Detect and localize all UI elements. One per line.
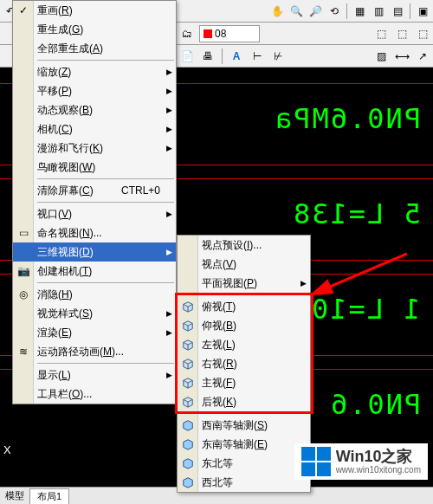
menu-label: 漫游和飞行(K) <box>37 141 103 156</box>
dim-button[interactable]: ⟷ <box>393 48 410 65</box>
watermark-title: Win10之家 <box>336 449 421 466</box>
menu-item-[interactable]: 西北等 <box>178 473 310 492</box>
tab-model[interactable]: 模型 <box>2 489 28 502</box>
menu-item-[interactable]: ◎消隐(H) <box>13 285 176 304</box>
pan-button[interactable]: ✋ <box>268 3 286 20</box>
submenu-arrow-icon: ▶ <box>166 210 172 218</box>
menu-separator <box>37 363 174 364</box>
menu-item-[interactable]: 视点预设(I)... <box>178 236 310 255</box>
layer-props-button[interactable]: 🗂 <box>178 25 196 42</box>
menu-item-[interactable]: 三维视图(D)▶ <box>13 242 176 262</box>
menu-item-[interactable]: 平面视图(P)▶ <box>178 274 310 293</box>
menu-item-[interactable]: 右视(R) <box>178 354 310 373</box>
menu-item-[interactable]: ✓重画(R) <box>13 1 176 20</box>
iso-icon <box>181 437 195 451</box>
cube-front-icon <box>181 376 195 390</box>
zoom-window-button[interactable]: 🔎 <box>307 3 324 20</box>
menu-label: 东北等 <box>202 456 233 471</box>
block-button[interactable]: ▣ <box>414 3 431 20</box>
menu-item-[interactable]: 左视(L) <box>178 335 310 354</box>
menu-separator <box>37 282 174 283</box>
submenu-arrow-icon: ▶ <box>166 328 172 337</box>
layer-tool-b[interactable]: ⬚ <box>393 25 410 42</box>
menu-item-[interactable]: 视觉样式(S)▶ <box>13 304 176 323</box>
layer-combo[interactable]: 08 <box>199 25 260 42</box>
cad-text: 1 L=10 <box>310 293 421 326</box>
menu-item-[interactable]: 视点(V) <box>178 255 310 274</box>
menu-item-[interactable]: ≋运动路径动画(M)... <box>13 342 176 361</box>
menu-item-[interactable]: 平移(P)▶ <box>13 81 176 100</box>
menu-label: 渲染(E) <box>37 326 72 340</box>
menu-label: 全部重生成(A) <box>37 42 103 56</box>
menu-item-[interactable]: 相机(C)▶ <box>13 120 176 139</box>
submenu-arrow-icon: ▶ <box>166 106 172 114</box>
hatch-button[interactable]: ▨ <box>372 48 390 65</box>
palette-button[interactable]: ▤ <box>389 3 406 20</box>
menu-item-[interactable]: 工具栏(O)... <box>13 384 176 404</box>
cube-back-icon <box>181 395 195 409</box>
dim-align-button[interactable]: ⊬ <box>269 48 287 65</box>
menu-item-[interactable]: 主视(F) <box>178 373 310 392</box>
layer-tool-a[interactable]: ⬚ <box>372 25 390 42</box>
check-icon: ✓ <box>16 3 30 17</box>
camera-icon: 📷 <box>16 264 30 278</box>
submenu-arrow-icon: ▶ <box>166 371 172 379</box>
menu-label: 平面视图(P) <box>202 276 257 291</box>
iso-icon <box>181 418 195 432</box>
separator <box>346 3 347 19</box>
menu-label: 消隐(H) <box>37 288 73 302</box>
menu-item-[interactable]: 渲染(E)▶ <box>13 323 176 342</box>
submenu-arrow-icon: ▶ <box>166 125 172 133</box>
menu-item-[interactable]: 显示(L)▶ <box>13 365 176 384</box>
leader-button[interactable]: ↗ <box>414 48 431 65</box>
menu-item-[interactable]: 重生成(G) <box>13 20 176 39</box>
submenu-arrow-icon: ▶ <box>166 68 172 76</box>
menu-item-[interactable]: 后视(K) <box>178 392 310 411</box>
menu-item-[interactable]: ▭命名视图(N)... <box>13 223 176 242</box>
menu-label: 三维视图(D) <box>37 245 94 260</box>
menu-label: 俯视(T) <box>202 300 236 314</box>
layer-name: 08 <box>215 28 226 40</box>
tab-layout1[interactable]: 布局1 <box>29 488 69 504</box>
menu-label: 西北等 <box>202 475 233 490</box>
props-button[interactable]: ▦ <box>351 3 368 20</box>
dim-linear-button[interactable]: ⊢ <box>249 48 266 65</box>
menu-label: 视点(V) <box>202 257 236 272</box>
menu-label: 重画(R) <box>37 3 73 18</box>
menu-item-[interactable]: 鸟瞰视图(W) <box>13 158 176 177</box>
new-button[interactable]: 📄 <box>178 48 196 65</box>
menu-item-[interactable]: 东北等 <box>178 454 310 473</box>
hide-icon: ◎ <box>16 288 30 301</box>
sheet-button[interactable]: ▥ <box>370 3 387 20</box>
text-button[interactable]: A <box>228 48 245 65</box>
cad-text: PN0.6MPa <box>274 102 421 135</box>
separator <box>222 48 223 64</box>
iso-icon <box>181 475 195 489</box>
motion-icon: ≋ <box>16 345 30 359</box>
menu-item-[interactable]: 动态观察(B)▶ <box>13 100 176 120</box>
windows-logo-icon <box>301 447 331 476</box>
submenu-arrow-icon: ▶ <box>301 279 307 288</box>
print-button[interactable]: 🖶 <box>199 48 216 65</box>
menu-item-[interactable]: 清除屏幕(C)CTRL+0 <box>13 181 176 200</box>
zoom-prev-button[interactable]: ⟲ <box>326 3 343 20</box>
menu-item-[interactable]: 仰视(B) <box>178 316 310 335</box>
menu-item-[interactable]: 俯视(T) <box>178 297 310 316</box>
cube-left-icon <box>181 338 195 352</box>
menu-item-[interactable]: 视口(V)▶ <box>13 204 176 223</box>
menu-label: 左视(L) <box>202 338 236 352</box>
menu-item-[interactable]: 东南等轴测(E) <box>178 435 310 454</box>
cad-text: PN0.6 <box>329 388 421 421</box>
menu-item-[interactable]: 全部重生成(A) <box>13 39 176 58</box>
menu-item-[interactable]: 漫游和飞行(K)▶ <box>13 139 176 158</box>
separator <box>410 3 410 19</box>
layer-tool-c[interactable]: ⬚ <box>414 25 431 42</box>
zoom-realtime-button[interactable]: 🔍 <box>288 3 305 20</box>
menu-label: 工具栏(O)... <box>37 387 92 402</box>
menu-item-[interactable]: 缩放(Z)▶ <box>13 62 176 81</box>
menu-item-[interactable]: 📷创建相机(T) <box>13 262 176 281</box>
menu-label: 重生成(G) <box>37 23 83 37</box>
menu-item-[interactable]: 西南等轴测(S) <box>178 416 310 435</box>
layer-swatch <box>204 29 212 38</box>
submenu-arrow-icon: ▶ <box>166 248 172 256</box>
